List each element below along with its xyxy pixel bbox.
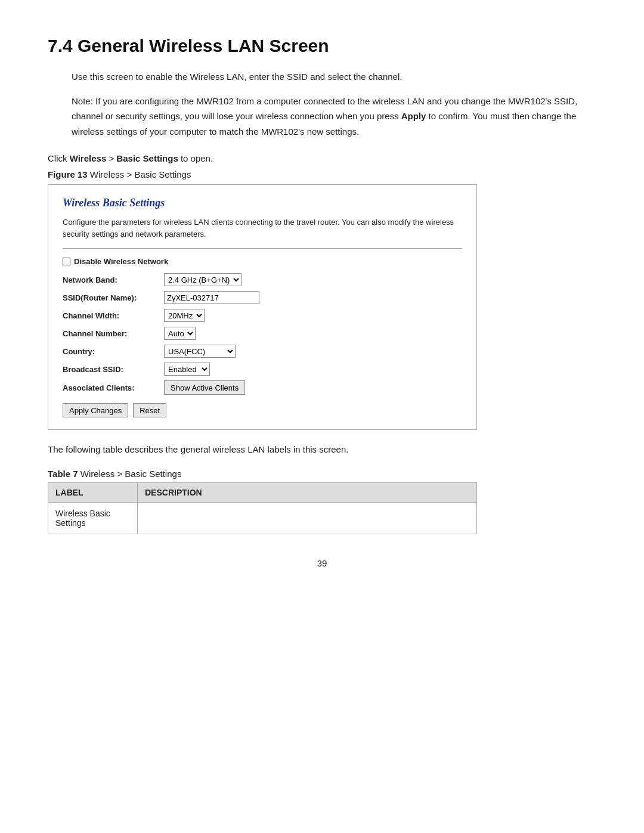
channel-number-select[interactable]: Auto 1234 5678 91011 xyxy=(164,327,196,340)
network-band-control: 2.4 GHz (B+G+N) 2.4 GHz (B+G) 2.4 GHz (B… xyxy=(164,273,242,286)
click-basic-settings: Basic Settings xyxy=(116,153,178,163)
country-select[interactable]: USA(FCC) Europe Japan xyxy=(164,345,236,358)
ssid-row: SSID(Router Name): xyxy=(63,291,462,304)
table-cell-description xyxy=(138,503,477,534)
wireless-panel: Wireless Basic Settings Configure the pa… xyxy=(48,184,477,430)
ssid-label: SSID(Router Name): xyxy=(63,293,164,302)
broadcast-ssid-row: Broadcast SSID: Enabled Disabled xyxy=(63,363,462,376)
disable-wireless-checkbox[interactable] xyxy=(63,258,70,265)
table-text: Wireless > Basic Settings xyxy=(78,469,182,479)
following-text: The following table describes the genera… xyxy=(48,444,596,454)
channel-width-select[interactable]: 20MHz 40MHz xyxy=(164,309,205,322)
figure-label: Figure 13 Wireless > Basic Settings xyxy=(48,169,596,179)
network-band-row: Network Band: 2.4 GHz (B+G+N) 2.4 GHz (B… xyxy=(63,273,462,286)
page-title: 7.4 General Wireless LAN Screen xyxy=(48,36,596,56)
click-wireless: Wireless xyxy=(70,153,107,163)
table-row: Wireless Basic Settings xyxy=(48,503,477,534)
click-arrow: > xyxy=(106,153,116,163)
panel-divider xyxy=(63,248,462,249)
network-band-select[interactable]: 2.4 GHz (B+G+N) 2.4 GHz (B+G) 2.4 GHz (B… xyxy=(164,273,242,286)
country-row: Country: USA(FCC) Europe Japan xyxy=(63,345,462,358)
channel-number-row: Channel Number: Auto 1234 5678 91011 xyxy=(63,327,462,340)
figure-text: Wireless > Basic Settings xyxy=(88,169,191,179)
action-buttons-row: Apply Changes Reset xyxy=(63,403,462,417)
broadcast-ssid-control: Enabled Disabled xyxy=(164,363,210,376)
network-band-label: Network Band: xyxy=(63,275,164,284)
disable-wireless-row: Disable Wireless Network xyxy=(63,257,462,266)
table-number: Table 7 xyxy=(48,469,78,479)
channel-number-control: Auto 1234 5678 91011 xyxy=(164,327,196,340)
broadcast-ssid-label: Broadcast SSID: xyxy=(63,365,164,374)
note-text: Note: If you are configuring the MWR102 … xyxy=(72,96,577,137)
intro-text: Use this screen to enable the Wireless L… xyxy=(72,70,596,84)
ssid-control xyxy=(164,291,259,304)
figure-number: Figure 13 xyxy=(48,169,88,179)
description-table: LABEL DESCRIPTION Wireless Basic Setting… xyxy=(48,482,477,534)
reset-button[interactable]: Reset xyxy=(133,403,166,417)
ssid-input[interactable] xyxy=(164,291,259,304)
table-cell-label: Wireless Basic Settings xyxy=(48,503,138,534)
channel-width-control: 20MHz 40MHz xyxy=(164,309,205,322)
click-suffix: to open. xyxy=(178,153,213,163)
note-block: Note: If you are configuring the MWR102 … xyxy=(72,94,596,140)
show-active-clients-button[interactable]: Show Active Clients xyxy=(164,380,245,395)
broadcast-ssid-select[interactable]: Enabled Disabled xyxy=(164,363,210,376)
table-header-label: LABEL xyxy=(48,483,138,503)
country-control: USA(FCC) Europe Japan xyxy=(164,345,236,358)
click-instruction: Click Wireless > Basic Settings to open. xyxy=(48,153,596,163)
associated-clients-label: Associated Clients: xyxy=(63,383,164,392)
apply-changes-button[interactable]: Apply Changes xyxy=(63,403,128,417)
associated-clients-control: Show Active Clients xyxy=(164,380,245,395)
table-header-description: DESCRIPTION xyxy=(138,483,477,503)
panel-description: Configure the parameters for wireless LA… xyxy=(63,216,462,240)
country-label: Country: xyxy=(63,347,164,356)
page-number: 39 xyxy=(48,558,596,568)
table-label: Table 7 Wireless > Basic Settings xyxy=(48,469,596,479)
disable-wireless-label: Disable Wireless Network xyxy=(74,257,168,266)
channel-width-row: Channel Width: 20MHz 40MHz xyxy=(63,309,462,322)
table-header-row: LABEL DESCRIPTION xyxy=(48,483,477,503)
channel-number-label: Channel Number: xyxy=(63,329,164,338)
click-prefix: Click xyxy=(48,153,70,163)
associated-clients-row: Associated Clients: Show Active Clients xyxy=(63,380,462,395)
channel-width-label: Channel Width: xyxy=(63,311,164,320)
panel-title: Wireless Basic Settings xyxy=(63,197,462,209)
